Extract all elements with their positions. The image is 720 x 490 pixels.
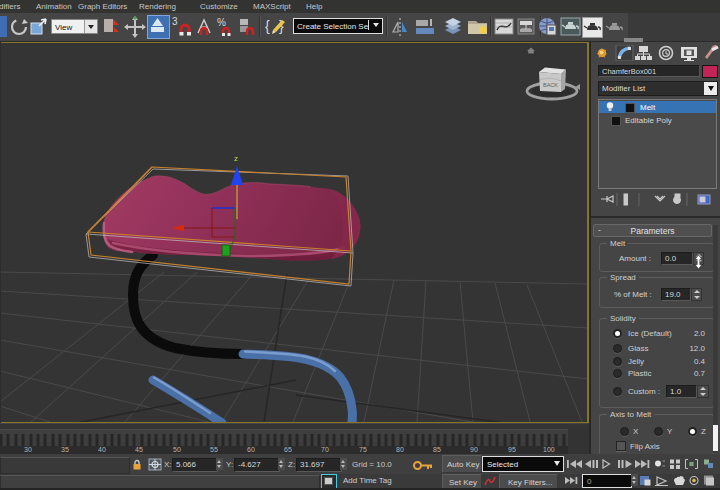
svg-text:{: { bbox=[265, 18, 270, 34]
svg-text:%: % bbox=[217, 17, 226, 28]
svg-text:BACK: BACK bbox=[543, 82, 558, 88]
svg-text:z: z bbox=[234, 154, 238, 163]
